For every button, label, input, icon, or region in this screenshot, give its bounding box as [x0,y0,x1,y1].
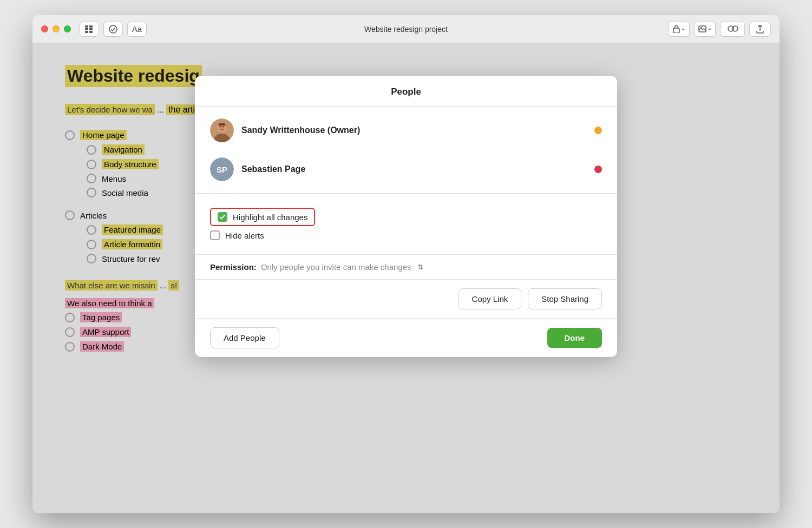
option-row-highlight: Highlight all changes [210,208,602,226]
permission-label: Permission: [210,262,257,272]
svg-rect-2 [85,28,88,30]
permission-arrows-icon[interactable]: ⇅ [418,263,423,271]
image-button[interactable] [694,22,716,37]
modal-title: People [391,87,421,97]
hide-alerts-checkbox[interactable] [210,230,220,240]
font-button[interactable]: Aa [127,22,147,37]
highlight-label: Highlight all changes [233,213,307,222]
permission-value: Only people you invite can make changes [261,262,411,272]
avatar-sebastien: SP [210,157,234,181]
share-button[interactable] [749,22,771,37]
svg-rect-3 [89,28,93,30]
window-title: Website redesign project [364,25,448,34]
lock-button[interactable] [668,22,690,37]
avatar-photo-sandy [210,118,234,142]
traffic-lights [41,25,71,32]
highlight-option-container[interactable]: Highlight all changes [210,208,315,226]
svg-rect-1 [89,25,93,28]
person-name-sandy: Sandy Writtenhouse (Owner) [241,126,587,135]
person-row-sebastien: SP Sebastien Page [195,150,617,189]
svg-rect-4 [85,31,88,33]
main-area: Website redesig Let's decide how we wa .… [32,43,780,513]
grid-view-button[interactable] [80,22,99,37]
done-button[interactable]: Done [547,328,603,348]
avatar-sandy [210,118,234,142]
people-modal: People [195,76,617,357]
titlebar-right-buttons [668,22,771,37]
svg-rect-0 [85,25,88,28]
person-row-sandy: Sandy Writtenhouse (Owner) [195,111,617,150]
modal-overlay: People [32,43,780,513]
copy-link-button[interactable]: Copy Link [459,288,522,309]
hide-alerts-label: Hide alerts [225,231,264,240]
permission-section: Permission: Only people you invite can m… [195,255,617,280]
toolbar-buttons: Aa [80,22,147,37]
close-button[interactable] [41,25,48,32]
modal-header: People [195,76,617,107]
svg-rect-7 [673,28,679,33]
maximize-button[interactable] [64,25,71,32]
app-window: Aa Website redesign project [32,15,780,513]
highlight-checkbox[interactable] [218,212,227,222]
collab-button[interactable] [720,22,745,37]
option-row-hide-alerts: Hide alerts [210,230,602,240]
titlebar: Aa Website redesign project [32,15,780,43]
minimize-button[interactable] [53,25,60,32]
svg-point-16 [220,126,221,128]
add-people-button[interactable]: Add People [210,327,279,348]
check-button[interactable] [103,22,123,37]
stop-sharing-button[interactable]: Stop Sharing [528,288,602,309]
action-row: Copy Link Stop Sharing [195,280,617,318]
options-section: Highlight all changes Hide alerts [195,194,617,255]
modal-footer: Add People Done [195,318,617,357]
svg-point-17 [223,126,225,128]
svg-rect-5 [89,31,93,33]
svg-point-6 [109,25,117,33]
status-dot-sandy [594,127,602,134]
status-dot-sebastien [594,166,602,173]
person-name-sebastien: Sebastien Page [241,164,587,174]
people-section: Sandy Writtenhouse (Owner) SP Sebastien … [195,107,617,194]
avatar-initials-sebastien: SP [210,157,234,181]
